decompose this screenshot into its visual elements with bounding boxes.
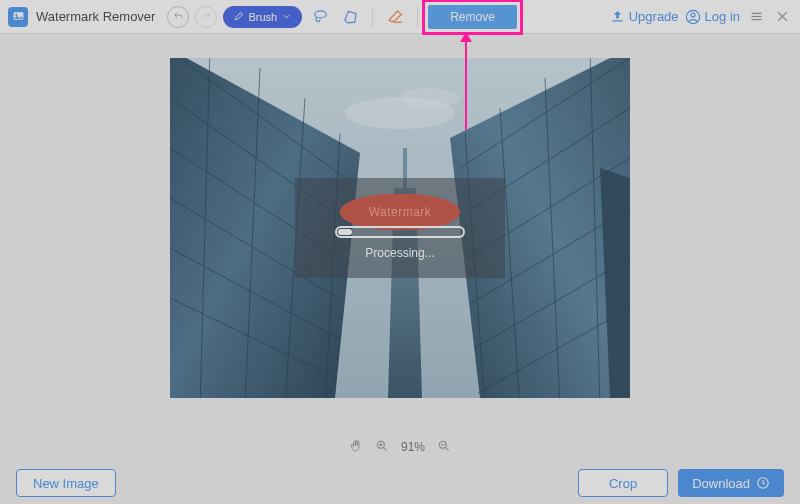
crop-button[interactable]: Crop xyxy=(578,469,668,497)
processing-label: Processing... xyxy=(365,246,434,260)
top-toolbar: Watermark Remover Brush Remove Upgrade L… xyxy=(0,0,800,34)
remove-button[interactable]: Remove xyxy=(428,5,517,29)
download-button[interactable]: Download xyxy=(678,469,784,497)
svg-rect-3 xyxy=(612,20,622,21)
menu-button[interactable] xyxy=(746,7,766,27)
svg-point-38 xyxy=(400,88,460,108)
progress-fill xyxy=(338,229,352,235)
app-logo-icon xyxy=(8,7,28,27)
annotation-arrow xyxy=(465,40,467,130)
new-image-button[interactable]: New Image xyxy=(16,469,116,497)
upgrade-link[interactable]: Upgrade xyxy=(610,9,679,24)
hand-tool-icon[interactable] xyxy=(349,439,363,456)
close-button[interactable] xyxy=(772,7,792,27)
app-title: Watermark Remover xyxy=(36,9,155,24)
user-icon xyxy=(685,9,701,25)
watermark-blob: Watermark xyxy=(340,194,460,230)
processing-overlay: Watermark Processing... xyxy=(295,178,505,278)
zoom-out-icon[interactable] xyxy=(437,439,451,456)
svg-line-40 xyxy=(384,447,387,450)
polygon-tool-icon[interactable] xyxy=(338,5,362,29)
redo-button[interactable] xyxy=(195,6,217,28)
zoom-value: 91% xyxy=(401,440,425,454)
brush-tool-button[interactable]: Brush xyxy=(223,6,302,28)
svg-point-5 xyxy=(691,13,695,17)
zoom-in-icon[interactable] xyxy=(375,439,389,456)
image-canvas[interactable]: Watermark Processing... xyxy=(170,58,630,398)
svg-point-1 xyxy=(15,14,17,16)
chevron-down-icon xyxy=(281,11,292,22)
login-link[interactable]: Log in xyxy=(685,9,740,25)
canvas-area: Watermark Processing... xyxy=(0,34,800,432)
separator xyxy=(372,7,373,27)
brush-label: Brush xyxy=(248,11,277,23)
separator xyxy=(417,7,418,27)
clock-icon xyxy=(756,476,770,490)
bottom-bar: New Image Crop Download xyxy=(0,462,800,504)
zoom-controls: 91% xyxy=(0,432,800,462)
undo-button[interactable] xyxy=(167,6,189,28)
lasso-tool-icon[interactable] xyxy=(308,5,332,29)
eraser-tool-icon[interactable] xyxy=(383,5,407,29)
progress-bar xyxy=(335,226,465,238)
upload-icon xyxy=(610,9,625,24)
svg-line-44 xyxy=(446,447,449,450)
